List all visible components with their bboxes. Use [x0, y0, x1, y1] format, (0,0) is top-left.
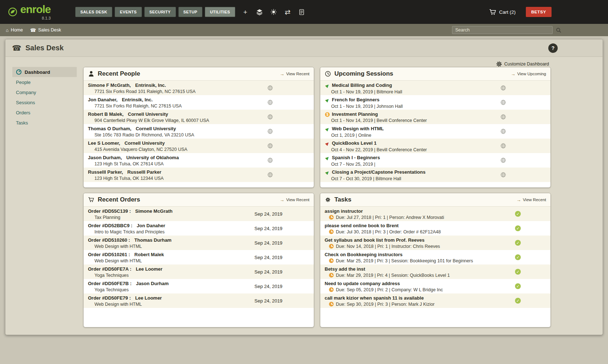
sales-desk-crumb-icon: ☎: [30, 28, 36, 33]
sidebar-item-orders[interactable]: Orders: [12, 108, 77, 118]
breadcrumb-sales-desk[interactable]: ☎ Sales Desk: [30, 27, 61, 33]
session-type-icon: [325, 126, 330, 132]
session-row[interactable]: French for Beginners Oct 1 - Nov 19, 201…: [320, 95, 550, 110]
globe-icon[interactable]: [500, 114, 506, 120]
globe-icon[interactable]: [267, 172, 273, 178]
globe-icon[interactable]: [267, 100, 273, 106]
session-schedule: Oct 1, 2019 | Online: [331, 133, 546, 138]
globe-icon[interactable]: [500, 157, 506, 164]
nav-button-events[interactable]: EVENTS: [115, 7, 142, 17]
person-name: Jon Danaher,: [88, 97, 118, 102]
session-row[interactable]: Investment Planning Oct 1 - Nov 14, 2019…: [320, 110, 550, 124]
task-row[interactable]: call mark kizior when spanish 11 is avai…: [320, 293, 550, 308]
tasks-rows: assign instructor Due: Jul 27, 2018 | Pr…: [320, 207, 550, 308]
sidebar-item-people[interactable]: People: [12, 77, 77, 87]
breadcrumb-home[interactable]: ⌂ Home: [6, 27, 23, 33]
globe-icon[interactable]: [500, 172, 506, 178]
session-schedule: Oct 1 - Nov 14, 2019 | Bevill Conference…: [331, 118, 546, 123]
globe-icon[interactable]: [267, 143, 273, 149]
order-row[interactable]: Order #DD50FE7A :Lee Loomer Yoga Techniq…: [84, 264, 314, 279]
layers-icon[interactable]: [255, 8, 264, 16]
cart-button[interactable]: Cart (2): [489, 8, 516, 16]
order-row[interactable]: Order #DD510260 :Thomas Durham Web Desig…: [84, 236, 314, 250]
task-row[interactable]: Betsy add the inst Due: Mar 29, 2019 | P…: [320, 264, 550, 279]
search-icon[interactable]: [556, 27, 562, 33]
sync-icon[interactable]: ⇄: [283, 8, 292, 16]
order-row[interactable]: Order #DD50FE7B :Jason Durham Yoga Techn…: [84, 279, 314, 293]
task-row[interactable]: please send online book to Brent Due: Ju…: [320, 221, 550, 236]
sidebar-item-sessions[interactable]: Sessions: [12, 98, 77, 107]
complete-check-icon[interactable]: ✓: [515, 283, 521, 289]
nav-button-setup[interactable]: SETUP: [178, 7, 203, 17]
person-row[interactable]: Jon Danaher,Entrinsik, Inc. 7721 Six For…: [84, 95, 314, 110]
complete-check-icon[interactable]: ✓: [515, 298, 521, 304]
session-row[interactable]: Web Design with HTML Oct 1, 2019 | Onlin…: [320, 124, 550, 139]
due-clock-icon: [329, 244, 334, 249]
task-row[interactable]: assign instructor Due: Jul 27, 2018 | Pr…: [320, 207, 550, 221]
globe-icon[interactable]: [267, 85, 273, 91]
order-date: Sep 24, 2019: [254, 240, 282, 246]
person-address: 7721 Six Forks Rd Raleigh, NC 27615 USA: [94, 103, 309, 109]
view-recent-people-link[interactable]: → View Recent: [280, 72, 309, 76]
due-clock-icon: [329, 287, 334, 292]
task-row[interactable]: Check on Bookkeeping instructors Due: Ma…: [320, 250, 550, 264]
order-number: Order #DD50FE79 :: [88, 295, 131, 301]
nav-button-sales-desk[interactable]: SALES DESK: [75, 7, 112, 17]
gear-icon: [496, 61, 502, 67]
order-date: Sep 24, 2019: [254, 284, 282, 289]
complete-check-icon[interactable]: ✓: [515, 240, 521, 246]
session-row[interactable]: Closing a Project/Capstone Presentations…: [320, 168, 550, 182]
task-detail: Due: Mar 25, 2019 | Pri: 3 | Session: Bo…: [336, 258, 473, 263]
order-number: Order #DD50FE7B :: [88, 281, 132, 286]
sun-brightness-icon[interactable]: [269, 8, 278, 16]
order-person: Thomas Durham: [134, 237, 172, 243]
session-row[interactable]: Medical Billing and Coding Oct 1 - Nov 1…: [320, 81, 550, 95]
complete-check-icon[interactable]: ✓: [515, 254, 521, 260]
person-row[interactable]: Simone F McGrath,Entrinsik, Inc. 7721 Si…: [84, 81, 314, 95]
view-recent-orders-link[interactable]: → View Recent: [280, 198, 309, 202]
person-row[interactable]: Russelll Parker,Russelll Parker 123 High…: [84, 168, 314, 182]
sidebar-item-dashboard[interactable]: Dashboard: [12, 67, 77, 77]
globe-icon[interactable]: [267, 114, 273, 120]
globe-icon[interactable]: [500, 85, 506, 91]
task-detail: Due: Mar 29, 2019 | Pri: 4 | Session: Qu…: [336, 273, 450, 278]
globe-icon[interactable]: [500, 143, 506, 149]
main-area: ☎ Sales Desk ? Customize Dashboard Dashb…: [0, 36, 608, 335]
globe-icon[interactable]: [267, 128, 273, 135]
session-row[interactable]: Spanish I - Beginners Oct 7 - Nov 25, 20…: [320, 153, 550, 168]
order-row[interactable]: Order #DD52BBC9 :Jon Danaher Intro to Ma…: [84, 221, 314, 236]
customize-dashboard-link[interactable]: Customize Dashboard: [496, 61, 549, 67]
order-person: Jason Durham: [136, 281, 169, 286]
view-recent-tasks-link[interactable]: → View Recent: [516, 198, 546, 202]
order-row[interactable]: Order #DD50FE79 :Lee Loomer Web Design w…: [84, 293, 314, 308]
app-brand[interactable]: enrole 8.1.3: [8, 4, 72, 20]
nav-button-security[interactable]: SECURITY: [144, 7, 176, 17]
user-button-betsy[interactable]: BETSY: [526, 7, 552, 17]
order-row[interactable]: Order #DD55C139 :Simone McGrath Tax Plan…: [84, 207, 314, 221]
recent-people-card: Recent People → View Recent Simone F McG…: [83, 67, 314, 188]
upcoming-sessions-rows: Medical Billing and Coding Oct 1 - Nov 1…: [320, 81, 550, 182]
person-row[interactable]: Thomas O Durham,Cornell University Ste 1…: [84, 124, 314, 139]
complete-check-icon[interactable]: ✓: [515, 211, 521, 217]
sales-desk-phone-icon: ☎: [12, 44, 21, 52]
person-row[interactable]: Lee S Loomer,Cornell University 415 Aven…: [84, 139, 314, 153]
sidebar-item-company[interactable]: Company: [12, 88, 77, 97]
task-row[interactable]: Get syllabus and book list from Prof. Re…: [320, 236, 550, 250]
globe-icon[interactable]: [500, 128, 506, 135]
complete-check-icon[interactable]: ✓: [515, 225, 521, 231]
person-row[interactable]: Robert B Malek,Cornell University 904 Ca…: [84, 110, 314, 124]
complete-check-icon[interactable]: ✓: [515, 269, 521, 275]
order-row[interactable]: Order #DD510261 :Robert Malek Web Design…: [84, 250, 314, 264]
search-input[interactable]: [452, 26, 553, 34]
person-row[interactable]: Jason Durham,University of Oklahoma 123 …: [84, 153, 314, 168]
nav-button-utilities[interactable]: UTILITIES: [205, 7, 235, 17]
task-row[interactable]: Need to update company address Due: Sep …: [320, 279, 550, 293]
add-plus-icon[interactable]: +: [241, 8, 250, 16]
help-button[interactable]: ?: [548, 43, 558, 53]
sidebar-item-tasks[interactable]: Tasks: [12, 118, 77, 128]
session-row[interactable]: QuickBooks Level 1 Oct 4 - Nov 22, 2019 …: [320, 139, 550, 153]
view-upcoming-link[interactable]: → View Upcoming: [511, 72, 546, 76]
report-document-icon[interactable]: [297, 8, 306, 16]
globe-icon[interactable]: [267, 157, 273, 164]
globe-icon[interactable]: [500, 100, 506, 106]
